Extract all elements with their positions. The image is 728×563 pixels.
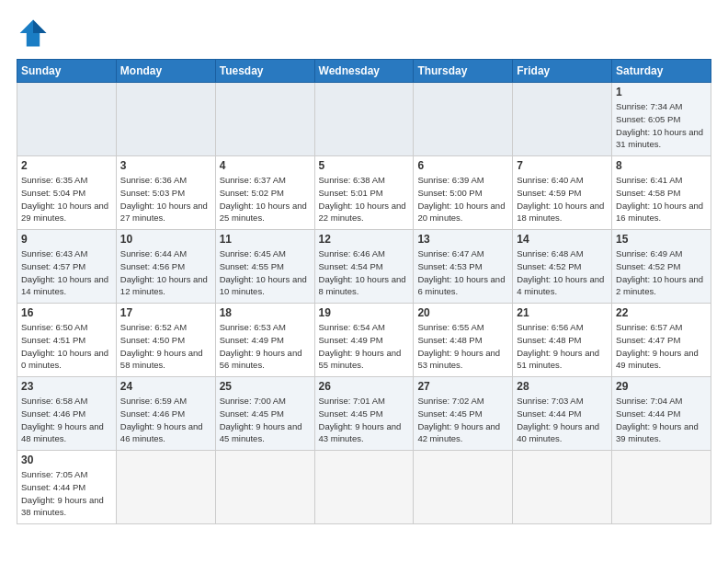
calendar-cell: 25Sunrise: 7:00 AM Sunset: 4:45 PM Dayli… (215, 377, 314, 451)
calendar-week-row: 9Sunrise: 6:43 AM Sunset: 4:57 PM Daylig… (17, 230, 711, 304)
day-number: 30 (21, 454, 112, 466)
calendar-cell: 16Sunrise: 6:50 AM Sunset: 4:51 PM Dayli… (17, 304, 117, 377)
calendar-header-sunday: Sunday (17, 60, 117, 83)
day-number: 15 (616, 233, 707, 246)
day-number: 7 (517, 159, 608, 172)
calendar-cell: 5Sunrise: 6:38 AM Sunset: 5:01 PM Daylig… (314, 156, 414, 230)
day-info: Sunrise: 6:48 AM Sunset: 4:52 PM Dayligh… (517, 247, 608, 298)
day-info: Sunrise: 6:58 AM Sunset: 4:46 PM Dayligh… (21, 395, 112, 445)
calendar-cell (513, 83, 612, 156)
day-number: 8 (616, 159, 707, 172)
day-number: 6 (417, 159, 508, 172)
calendar-week-row: 30Sunrise: 7:05 AM Sunset: 4:44 PM Dayli… (17, 451, 711, 524)
day-info: Sunrise: 6:36 AM Sunset: 5:03 PM Dayligh… (120, 174, 211, 224)
day-number: 27 (417, 380, 508, 393)
day-info: Sunrise: 7:02 AM Sunset: 4:45 PM Dayligh… (417, 395, 508, 445)
day-info: Sunrise: 6:44 AM Sunset: 4:56 PM Dayligh… (120, 247, 211, 298)
day-number: 24 (120, 380, 211, 393)
day-number: 10 (120, 233, 211, 246)
day-number: 20 (417, 306, 508, 319)
day-info: Sunrise: 6:57 AM Sunset: 4:47 PM Dayligh… (616, 321, 707, 372)
calendar-header-friday: Friday (513, 60, 612, 83)
calendar-cell: 8Sunrise: 6:41 AM Sunset: 4:58 PM Daylig… (612, 156, 711, 230)
calendar-cell: 18Sunrise: 6:53 AM Sunset: 4:49 PM Dayli… (215, 304, 314, 377)
day-number: 22 (616, 306, 707, 319)
calendar-cell: 2Sunrise: 6:35 AM Sunset: 5:04 PM Daylig… (17, 156, 117, 230)
calendar-cell: 12Sunrise: 6:46 AM Sunset: 4:54 PM Dayli… (314, 230, 414, 304)
day-info: Sunrise: 7:03 AM Sunset: 4:44 PM Dayligh… (517, 395, 608, 445)
day-info: Sunrise: 6:43 AM Sunset: 4:57 PM Dayligh… (21, 247, 112, 298)
day-info: Sunrise: 6:45 AM Sunset: 4:55 PM Dayligh… (220, 247, 311, 298)
day-number: 4 (220, 159, 311, 172)
day-info: Sunrise: 6:54 AM Sunset: 4:49 PM Dayligh… (319, 321, 410, 372)
logo-icon (17, 17, 50, 50)
calendar-cell: 14Sunrise: 6:48 AM Sunset: 4:52 PM Dayli… (513, 230, 612, 304)
calendar-week-row: 2Sunrise: 6:35 AM Sunset: 5:04 PM Daylig… (17, 156, 711, 230)
day-info: Sunrise: 6:35 AM Sunset: 5:04 PM Dayligh… (21, 174, 112, 224)
day-number: 5 (319, 159, 410, 172)
day-info: Sunrise: 6:55 AM Sunset: 4:48 PM Dayligh… (417, 321, 508, 372)
day-number: 2 (21, 159, 112, 172)
calendar-header-monday: Monday (116, 60, 215, 83)
calendar-cell (116, 451, 215, 524)
calendar-cell (513, 451, 612, 524)
day-number: 23 (21, 380, 112, 393)
calendar-cell: 4Sunrise: 6:37 AM Sunset: 5:02 PM Daylig… (215, 156, 314, 230)
calendar-cell: 15Sunrise: 6:49 AM Sunset: 4:52 PM Dayli… (612, 230, 711, 304)
day-number: 3 (120, 159, 211, 172)
logo (17, 17, 53, 50)
calendar-cell (215, 83, 314, 156)
day-number: 14 (517, 233, 608, 246)
calendar-cell: 3Sunrise: 6:36 AM Sunset: 5:03 PM Daylig… (116, 156, 215, 230)
calendar-cell: 21Sunrise: 6:56 AM Sunset: 4:48 PM Dayli… (513, 304, 612, 377)
day-info: Sunrise: 6:38 AM Sunset: 5:01 PM Dayligh… (319, 174, 410, 224)
day-info: Sunrise: 6:40 AM Sunset: 4:59 PM Dayligh… (517, 174, 608, 224)
calendar-cell (17, 83, 117, 156)
calendar-week-row: 16Sunrise: 6:50 AM Sunset: 4:51 PM Dayli… (17, 304, 711, 377)
calendar-cell: 27Sunrise: 7:02 AM Sunset: 4:45 PM Dayli… (414, 377, 513, 451)
day-info: Sunrise: 6:56 AM Sunset: 4:48 PM Dayligh… (517, 321, 608, 372)
calendar-cell: 17Sunrise: 6:52 AM Sunset: 4:50 PM Dayli… (116, 304, 215, 377)
day-number: 19 (319, 306, 410, 319)
calendar-cell (314, 451, 414, 524)
calendar-cell: 30Sunrise: 7:05 AM Sunset: 4:44 PM Dayli… (17, 451, 117, 524)
day-number: 25 (220, 380, 311, 393)
calendar-week-row: 1Sunrise: 7:34 AM Sunset: 6:05 PM Daylig… (17, 83, 711, 156)
calendar-cell (612, 451, 711, 524)
calendar-cell: 1Sunrise: 7:34 AM Sunset: 6:05 PM Daylig… (612, 83, 711, 156)
calendar-cell: 23Sunrise: 6:58 AM Sunset: 4:46 PM Dayli… (17, 377, 117, 451)
calendar-week-row: 23Sunrise: 6:58 AM Sunset: 4:46 PM Dayli… (17, 377, 711, 451)
day-number: 18 (220, 306, 311, 319)
day-number: 12 (319, 233, 410, 246)
day-info: Sunrise: 6:37 AM Sunset: 5:02 PM Dayligh… (220, 174, 311, 224)
svg-marker-1 (33, 20, 46, 33)
calendar-cell: 11Sunrise: 6:45 AM Sunset: 4:55 PM Dayli… (215, 230, 314, 304)
calendar-cell: 26Sunrise: 7:01 AM Sunset: 4:45 PM Dayli… (314, 377, 414, 451)
calendar-cell: 9Sunrise: 6:43 AM Sunset: 4:57 PM Daylig… (17, 230, 117, 304)
calendar-cell: 6Sunrise: 6:39 AM Sunset: 5:00 PM Daylig… (414, 156, 513, 230)
calendar-cell: 22Sunrise: 6:57 AM Sunset: 4:47 PM Dayli… (612, 304, 711, 377)
day-info: Sunrise: 7:04 AM Sunset: 4:44 PM Dayligh… (616, 395, 707, 445)
day-info: Sunrise: 6:49 AM Sunset: 4:52 PM Dayligh… (616, 247, 707, 298)
calendar-cell (414, 451, 513, 524)
calendar-cell: 29Sunrise: 7:04 AM Sunset: 4:44 PM Dayli… (612, 377, 711, 451)
calendar-header-thursday: Thursday (414, 60, 513, 83)
day-number: 1 (616, 86, 707, 98)
day-info: Sunrise: 6:46 AM Sunset: 4:54 PM Dayligh… (319, 247, 410, 298)
day-info: Sunrise: 6:50 AM Sunset: 4:51 PM Dayligh… (21, 321, 112, 372)
day-number: 29 (616, 380, 707, 393)
calendar-header-saturday: Saturday (612, 60, 711, 83)
day-info: Sunrise: 6:41 AM Sunset: 4:58 PM Dayligh… (616, 174, 707, 224)
day-info: Sunrise: 7:01 AM Sunset: 4:45 PM Dayligh… (319, 395, 410, 445)
day-info: Sunrise: 6:39 AM Sunset: 5:00 PM Dayligh… (417, 174, 508, 224)
calendar-header-tuesday: Tuesday (215, 60, 314, 83)
day-number: 11 (220, 233, 311, 246)
calendar-cell (314, 83, 414, 156)
day-info: Sunrise: 6:52 AM Sunset: 4:50 PM Dayligh… (120, 321, 211, 372)
calendar-cell (414, 83, 513, 156)
day-info: Sunrise: 7:34 AM Sunset: 6:05 PM Dayligh… (616, 100, 707, 151)
calendar-cell: 7Sunrise: 6:40 AM Sunset: 4:59 PM Daylig… (513, 156, 612, 230)
calendar-header-row: SundayMondayTuesdayWednesdayThursdayFrid… (17, 60, 711, 83)
day-number: 9 (21, 233, 112, 246)
calendar-cell: 13Sunrise: 6:47 AM Sunset: 4:53 PM Dayli… (414, 230, 513, 304)
